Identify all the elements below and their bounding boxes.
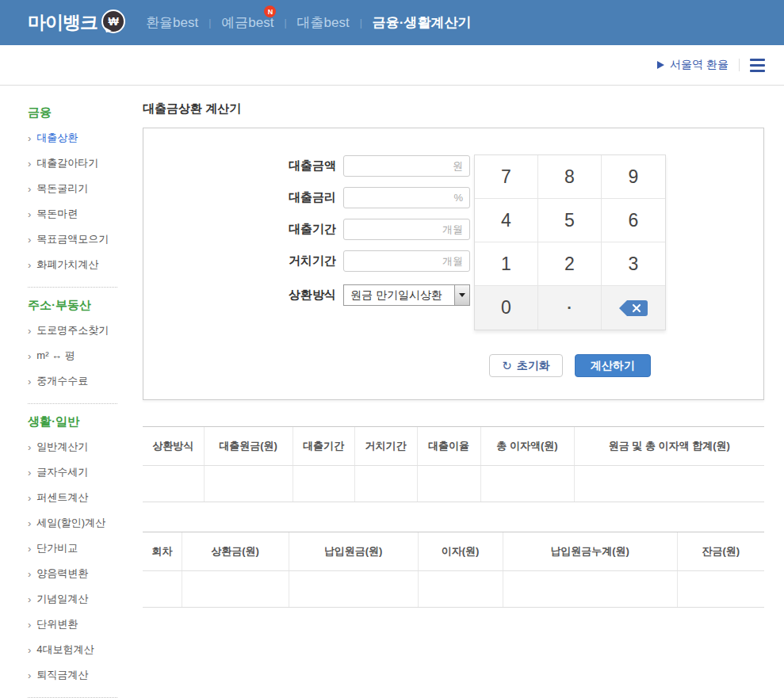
key-4[interactable]: 4 (475, 199, 538, 242)
keypad-grid: 7894561230· (475, 155, 665, 330)
sidebar-item[interactable]: ›도로명주소찾기 (28, 318, 119, 343)
column-header: 대출기간 (293, 427, 354, 466)
sidebar-item-label: 글자수세기 (36, 465, 88, 479)
table-header-row: 상환방식대출원금(원)대출기간거치기간대출이율총 이자액(원)원금 및 총 이자… (143, 427, 764, 466)
repayment-method-row: 상환방식 원금 만기일시상환 (143, 284, 470, 316)
sidebar-item[interactable]: ›기념일계산 (28, 586, 119, 612)
sidebar-item[interactable]: ›퍼센트계산 (28, 485, 119, 510)
sidebar-item-label: m² ↔ 평 (36, 349, 75, 363)
loan-term-input[interactable] (350, 223, 439, 235)
nav-item[interactable]: 예금bestN (221, 13, 273, 32)
key-2[interactable]: 2 (538, 242, 602, 286)
key-9[interactable]: 9 (602, 155, 665, 199)
sidebar-item-label: 도로명주소찾기 (36, 323, 109, 338)
chevron-right-icon: › (28, 133, 31, 143)
sidebar-item[interactable]: ›양음력변환 (28, 561, 119, 586)
column-header: 이자(원) (418, 532, 503, 571)
sidebar-item[interactable]: ›화폐가치계산 (28, 252, 119, 277)
repayment-method-select[interactable]: 원금 만기일시상환 (343, 284, 470, 306)
dropdown-button[interactable] (454, 285, 469, 305)
subheader: 서울역 환율 (0, 45, 784, 86)
sidebar-divider (28, 287, 117, 288)
sidebar-item-label: 단위변환 (36, 617, 78, 631)
key-7[interactable]: 7 (475, 155, 538, 199)
unit-label: % (453, 192, 463, 204)
sidebar-item[interactable]: ›목표금액모으기 (28, 227, 119, 252)
sidebar-item[interactable]: ›단가비교 (28, 536, 119, 561)
refresh-icon: ↻ (502, 360, 512, 372)
grace-period-field[interactable]: 개월 (343, 250, 470, 272)
key-0[interactable]: 0 (475, 286, 538, 330)
loan-amount-input[interactable] (350, 160, 449, 172)
table-cell (418, 571, 503, 608)
sidebar-item[interactable]: ›글자수세기 (28, 460, 119, 485)
chevron-right-icon: › (28, 351, 31, 361)
sidebar-item[interactable]: ›대출갈아타기 (28, 151, 119, 176)
table-cell (204, 466, 293, 502)
chevron-down-icon (459, 293, 465, 297)
sidebar-section: 생활·일반›일반계산기›글자수세기›퍼센트계산›세일(할인)계산›단가비교›양음… (28, 414, 119, 688)
new-badge: N (264, 6, 276, 17)
column-header: 원금 및 총 이자액 합계(원) (574, 427, 764, 466)
logo[interactable]: 마이뱅크 ₩ (28, 10, 125, 35)
unit-label: 원 (453, 159, 463, 174)
table-cell (293, 466, 354, 502)
nav-item[interactable]: 금융·생활계산기 (373, 13, 472, 32)
loan-amount-field[interactable]: 원 (343, 155, 470, 177)
panel-actions: ↻ 초기화 계산하기 (474, 354, 666, 377)
sidebar-item[interactable]: ›세일(할인)계산 (28, 510, 119, 536)
key-5[interactable]: 5 (538, 199, 602, 242)
key-6[interactable]: 6 (602, 199, 665, 242)
column-header: 납입원금누계(원) (503, 532, 677, 571)
calculate-button[interactable]: 계산하기 (575, 354, 651, 377)
sidebar-item[interactable]: ›일반계산기 (28, 434, 119, 460)
grace-period-input[interactable] (350, 255, 439, 267)
sidebar-item[interactable]: ›목돈굴리기 (28, 176, 119, 201)
loan-form-fields: 대출금액원대출금리%대출기간개월거치기간개월 (143, 155, 470, 282)
key-3[interactable]: 3 (602, 242, 665, 286)
backspace-icon (618, 299, 648, 317)
reset-button[interactable]: ↻ 초기화 (489, 354, 563, 377)
chevron-right-icon: › (28, 544, 31, 554)
sidebar-item[interactable]: ›목돈마련 (28, 201, 119, 227)
interest-rate-field[interactable]: % (343, 187, 470, 208)
sidebar-item[interactable]: ›4대보험계산 (28, 637, 119, 662)
main-nav: 환율best|예금bestN|대출best|금융·생활계산기 (146, 13, 471, 32)
chevron-right-icon: › (28, 620, 31, 630)
chevron-right-icon: › (28, 493, 31, 503)
chevron-right-icon: › (28, 670, 31, 681)
sidebar-item-label: 기념일계산 (36, 592, 88, 606)
sidebar-item[interactable]: ›퇴직금계산 (28, 662, 119, 688)
table-cell (289, 571, 418, 608)
form-row: 대출기간개월 (143, 219, 470, 240)
key-8[interactable]: 8 (538, 155, 602, 199)
sidebar-item-label: 퍼센트계산 (36, 490, 88, 505)
loan-amount-label: 대출금액 (289, 158, 336, 174)
sidebar-section: 주소·부동산›도로명주소찾기›m² ↔ 평›중개수수료 (28, 297, 119, 394)
chevron-right-icon: › (28, 442, 31, 452)
sidebar-item[interactable]: ›단위변환 (28, 612, 119, 637)
sidebar-item-label: 단가비교 (36, 541, 78, 555)
table-cell (143, 466, 204, 502)
interest-rate-label: 대출금리 (289, 190, 336, 205)
nav-item[interactable]: 환율best (146, 13, 198, 32)
interest-rate-input[interactable] (350, 192, 450, 204)
sidebar-item[interactable]: ›대출상환 (28, 125, 119, 151)
backspace-key[interactable] (602, 286, 665, 330)
nav-item[interactable]: 대출best (297, 13, 350, 32)
hamburger-menu-icon[interactable] (750, 57, 765, 74)
nav-divider: | (360, 17, 362, 29)
sidebar-item[interactable]: ›중개수수료 (28, 368, 119, 394)
sidebar-item-label: 목표금액모으기 (36, 232, 109, 246)
key-1[interactable]: 1 (475, 242, 538, 286)
chevron-right-icon: › (28, 209, 31, 219)
sidebar-item[interactable]: ›m² ↔ 평 (28, 343, 119, 368)
exchange-rate-ticker[interactable]: 서울역 환율 (657, 58, 729, 72)
table-cell (503, 571, 677, 608)
nav-divider: | (208, 17, 211, 29)
key-dot[interactable]: · (538, 286, 602, 330)
chevron-right-icon: › (28, 645, 31, 655)
loan-term-field[interactable]: 개월 (343, 219, 470, 240)
column-header: 납입원금(원) (289, 532, 418, 571)
sidebar-item-label: 양음력변환 (36, 566, 88, 581)
